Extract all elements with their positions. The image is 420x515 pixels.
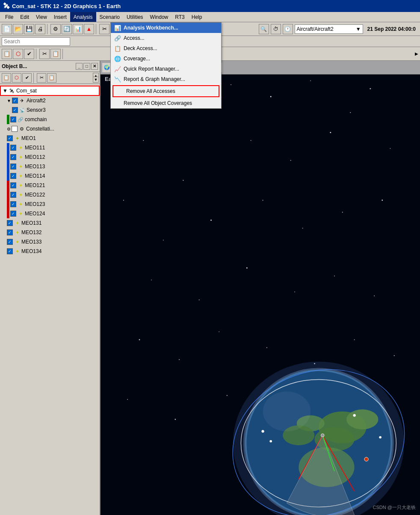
svg-point-12 <box>330 132 331 133</box>
toolbar-btn6[interactable]: 🔄 <box>62 24 72 34</box>
tree-item-meo111[interactable]: ✓ ✦ MEO111 <box>0 143 100 152</box>
meo1-checkbox[interactable]: ✓ <box>7 135 13 141</box>
meo121-checkbox[interactable]: ✓ <box>10 182 16 188</box>
ob-btn5[interactable]: 📋 <box>47 73 56 83</box>
meo134-checkbox[interactable]: ✓ <box>7 248 13 254</box>
toolbar-btn7[interactable]: 📊 <box>73 24 83 34</box>
tb2-btn1[interactable]: 📋 <box>2 49 12 59</box>
tree-item-sensor3[interactable]: ✓ 📡 Sensor3 <box>0 105 100 115</box>
tree-item-meo122[interactable]: ✓ ✦ MEO122 <box>0 190 100 199</box>
menu-item-report-graph[interactable]: 📉 Report & Graph Manager... <box>111 74 221 84</box>
toolbar-scroll-right[interactable]: ▶ <box>415 51 418 56</box>
ob-btn2[interactable]: ⬡ <box>12 73 21 83</box>
tb2-btn5[interactable]: 📋 <box>50 49 61 59</box>
app-icon: 🛰 <box>3 3 9 9</box>
ob-btn3[interactable]: ✔ <box>22 73 32 83</box>
tree-item-com-sat[interactable]: ▼ 🛰 Com_sat <box>0 86 100 96</box>
ob-restore-btn[interactable]: □ <box>83 63 90 70</box>
menu-item-remove-coverages[interactable]: Remove All Object Coverages <box>111 98 221 108</box>
aircraft2-checkbox[interactable]: ✓ <box>12 98 18 104</box>
comchain-checkbox[interactable]: ✓ <box>10 116 16 122</box>
toolbar-new[interactable]: 📄 <box>2 24 12 34</box>
meo123-checkbox[interactable]: ✓ <box>10 201 16 207</box>
menu-view[interactable]: View <box>33 12 50 22</box>
menu-file[interactable]: File <box>2 12 17 22</box>
tree-item-meo112[interactable]: ✓ ✦ MEO112 <box>0 152 100 162</box>
menu-window[interactable]: Window <box>147 12 172 22</box>
menu-help[interactable]: Help <box>188 12 206 22</box>
meo131-checkbox[interactable]: ✓ <box>7 220 13 226</box>
sensor3-checkbox[interactable]: ✓ <box>12 107 18 113</box>
toolbar-icon-btn3[interactable]: 🕐 <box>283 24 293 34</box>
menu-item-analysis-workbench[interactable]: 📊 Analysis Workbench... <box>111 23 221 33</box>
toolbar-btn9[interactable]: ✂ <box>99 24 109 34</box>
ob-minimize-btn[interactable]: _ <box>76 63 83 70</box>
tree-item-comchain[interactable]: ✓ 🔗 comchain <box>0 115 100 124</box>
meo131-icon: ✦ <box>14 220 21 226</box>
meo132-checkbox[interactable]: ✓ <box>7 229 13 235</box>
tb2-btn3[interactable]: ✔ <box>24 49 34 59</box>
svg-point-6 <box>350 112 351 113</box>
tree-item-meo123[interactable]: ✓ ✦ MEO123 <box>0 199 100 209</box>
toolbar-open[interactable]: 📂 <box>13 24 23 34</box>
toolbar-btn5[interactable]: ⚙ <box>50 24 61 34</box>
meo113-checkbox[interactable]: ✓ <box>10 164 16 170</box>
meo122-checkbox[interactable]: ✓ <box>10 192 16 198</box>
meo111-checkbox[interactable]: ✓ <box>10 145 16 151</box>
meo113-icon: ✦ <box>17 163 24 170</box>
tree-item-meo133[interactable]: ✓ ✦ MEO133 <box>0 237 100 247</box>
app-title: Com_sat - STK 12 - 2D Graphics 1 - Earth <box>12 3 121 9</box>
meo133-icon: ✦ <box>14 238 21 245</box>
meo124-checkbox[interactable]: ✓ <box>10 211 16 217</box>
tree-item-meo1[interactable]: ✓ ✦ MEO1 <box>0 134 100 143</box>
menu-item-quick-report[interactable]: 📈 Quick Report Manager... <box>111 64 221 74</box>
menu-analysis[interactable]: Analysis <box>70 12 96 22</box>
tree-item-meo132[interactable]: ✓ ✦ MEO132 <box>0 228 100 237</box>
meo133-checkbox[interactable]: ✓ <box>7 239 13 245</box>
tb2-btn4[interactable]: ✂ <box>39 49 50 59</box>
svg-point-18 <box>302 228 303 229</box>
tree-item-meo113[interactable]: ✓ ✦ MEO113 <box>0 162 100 171</box>
menu-insert[interactable]: Insert <box>50 12 70 22</box>
toolbar-icon-btn[interactable]: 🔍 <box>259 24 269 34</box>
ob-scroll-down[interactable]: ▼ <box>93 77 99 83</box>
toolbar-icon-btn2[interactable]: ⏱ <box>271 24 281 34</box>
constellati-checkbox[interactable] <box>12 126 18 132</box>
tree-item-meo114[interactable]: ✓ ✦ MEO114 <box>0 171 100 181</box>
toolbar-save[interactable]: 💾 <box>24 24 34 34</box>
ob-btn1[interactable]: 📋 <box>2 73 11 83</box>
tree-item-constellati[interactable]: ⚙ ⚙ Constellati... <box>0 124 100 134</box>
meo134-label: MEO134 <box>21 248 41 254</box>
svg-point-49 <box>263 391 311 431</box>
tree-item-meo121[interactable]: ✓ ✦ MEO121 <box>0 181 100 190</box>
tree-item-meo124[interactable]: ✓ ✦ MEO124 <box>0 209 100 218</box>
deck-access-icon: 📋 <box>114 45 121 52</box>
meo114-checkbox[interactable]: ✓ <box>10 173 16 179</box>
tree-item-meo131[interactable]: ✓ ✦ MEO131 <box>0 218 100 228</box>
tree-item-meo134[interactable]: ✓ ✦ MEO134 <box>0 247 100 256</box>
menu-item-deck-access[interactable]: 📋 Deck Access... <box>111 43 221 54</box>
meo111-color <box>7 143 9 152</box>
meo112-checkbox[interactable]: ✓ <box>10 154 16 160</box>
tb2-btn2[interactable]: ⬡ <box>13 49 23 59</box>
search-input[interactable] <box>2 37 70 46</box>
tree-item-aircraft2[interactable]: ▼ ✓ ✈ Aircraft2 <box>0 96 100 105</box>
menu-utilities[interactable]: Utilities <box>123 12 147 22</box>
menu-item-coverage[interactable]: 🌐 Coverage... <box>111 54 221 64</box>
toolbar-print[interactable]: 🖨 <box>35 24 45 34</box>
svg-point-7 <box>370 88 371 89</box>
menu-scenario[interactable]: Scenario <box>96 12 123 22</box>
comchain-label: comchain <box>25 116 47 122</box>
menu-rt3[interactable]: RT3 <box>172 12 188 22</box>
aircraft-dropdown[interactable]: Aircraft/Aircraft2 ▼ <box>295 24 363 34</box>
object-browser-header: Object B... _ □ ✕ <box>0 61 100 72</box>
toolbar-sep-2 <box>96 24 98 34</box>
coverage-icon: 🌐 <box>114 56 121 62</box>
meo114-color <box>7 171 9 181</box>
menu-edit[interactable]: Edit <box>17 12 33 22</box>
toolbar-btn8[interactable]: ▲ <box>84 24 94 34</box>
menu-item-access[interactable]: 🔗 Access... <box>111 33 221 43</box>
ob-btn4[interactable]: ✂ <box>37 73 46 83</box>
ob-close-btn[interactable]: ✕ <box>91 63 98 70</box>
menu-item-remove-accesses[interactable]: Remove All Accesses <box>113 86 219 96</box>
